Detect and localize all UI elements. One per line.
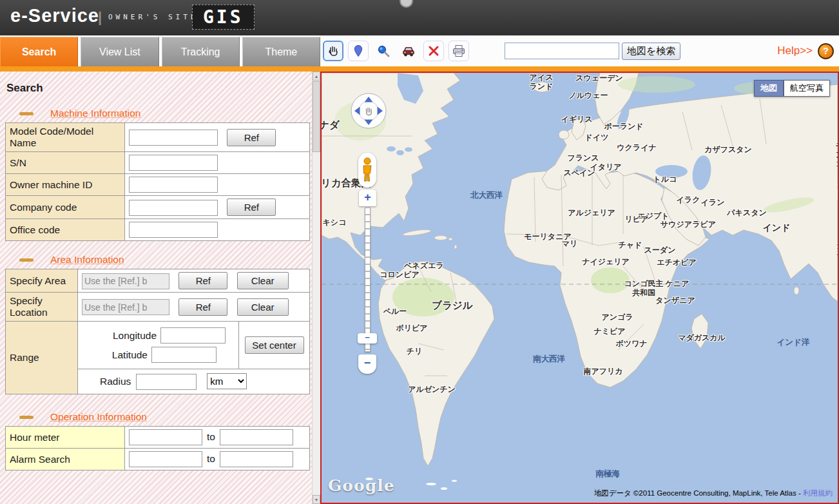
help-link[interactable]: Help>> xyxy=(777,44,813,57)
company-code-ref-button[interactable]: Ref xyxy=(227,199,276,216)
place-marker-icon xyxy=(351,44,365,58)
office-code-label: Office code xyxy=(6,219,125,241)
alarm-search-label: Alarm Search xyxy=(6,449,125,470)
zoom-out-button[interactable]: − xyxy=(358,354,376,374)
model-code-ref-button[interactable]: Ref xyxy=(227,129,276,146)
zoom-slider-handle[interactable]: − xyxy=(358,333,377,344)
set-center-button[interactable]: Set center xyxy=(245,336,304,354)
section-dash-icon xyxy=(19,416,34,419)
help-question-icon[interactable]: ? xyxy=(818,43,834,59)
area-info-section-head: Area Information xyxy=(19,254,312,266)
model-code-input[interactable] xyxy=(129,130,218,146)
specify-location-ref-button[interactable]: Ref xyxy=(178,298,227,316)
operation-info-table: Hour meter to Alarm Search to xyxy=(5,426,310,470)
gis-logo: GIS xyxy=(192,5,255,30)
scrollbar-down-arrow[interactable]: ▼ xyxy=(313,495,320,504)
machine-info-section-head: Machine Information xyxy=(19,108,312,119)
hour-meter-label: Hour meter xyxy=(6,427,125,449)
sidebar-scrollbar[interactable]: ▲ ▼ xyxy=(312,72,320,504)
hour-meter-to-label: to xyxy=(207,431,215,442)
zoom-in-button[interactable]: + xyxy=(359,189,376,206)
specify-area-label: Specify Area xyxy=(6,269,78,293)
section-dash-icon xyxy=(19,258,34,262)
map-search-button[interactable]: 地図を検索 xyxy=(622,43,680,60)
magnifier-icon xyxy=(376,44,391,58)
help-area: Help>> ? xyxy=(777,43,834,59)
header-circle-ornament xyxy=(400,0,413,8)
tab-view-list[interactable]: View List xyxy=(81,37,159,67)
owner-machine-id-label: Owner machine ID xyxy=(6,174,125,196)
street-view-pegman[interactable] xyxy=(358,153,376,188)
map-toolbar: 地図を検索 Help>> ? xyxy=(320,35,839,66)
specify-location-clear-button[interactable]: Clear xyxy=(237,298,289,316)
company-code-input[interactable] xyxy=(129,200,218,216)
company-code-label: Company code xyxy=(6,196,125,219)
alarm-search-from-input[interactable] xyxy=(129,451,202,467)
map-search-input[interactable] xyxy=(505,43,619,59)
vehicle-tool-button[interactable] xyxy=(398,41,419,61)
range-label: Range xyxy=(6,322,78,394)
area-info-table: Specify Area Ref Clear Specify Location … xyxy=(5,269,310,394)
zoom-slider-track[interactable] xyxy=(365,208,371,352)
scrollbar-up-arrow[interactable]: ▲ xyxy=(313,72,320,81)
radius-input[interactable] xyxy=(136,374,197,390)
specify-area-clear-button[interactable]: Clear xyxy=(237,272,289,289)
owners-site-label: OWNER'S SITE xyxy=(108,13,198,21)
longitude-input[interactable] xyxy=(160,327,226,344)
office-code-input[interactable] xyxy=(129,222,218,238)
operation-info-heading: Operation Information xyxy=(50,411,147,423)
owner-machine-id-input[interactable] xyxy=(129,177,218,193)
longitude-label: Longitude xyxy=(113,330,157,342)
hour-meter-to-input[interactable] xyxy=(220,429,293,445)
attribution-text: 地図データ ©2011 Geocentre Consulting, MapLin… xyxy=(594,489,803,497)
delete-tool-button[interactable] xyxy=(423,41,444,61)
section-dash-icon xyxy=(19,112,34,115)
tab-tracking[interactable]: Tracking xyxy=(162,37,240,67)
place-marker-tool-button[interactable] xyxy=(348,41,369,61)
map-container: アイス ランドスウェーデンノルウェーイギリスポーランドドイツウクライナカザフスタ… xyxy=(320,72,839,504)
latitude-input[interactable] xyxy=(151,347,217,363)
pan-hand-icon xyxy=(326,44,340,58)
sn-label: S/N xyxy=(6,152,125,174)
magnifier-tool-button[interactable] xyxy=(373,41,394,61)
pan-hand-tool-button[interactable] xyxy=(323,41,343,61)
delete-x-icon xyxy=(427,44,441,58)
hour-meter-from-input[interactable] xyxy=(129,429,202,445)
map-type-control: 地図 航空写真 xyxy=(754,80,830,97)
radius-unit-select[interactable]: km xyxy=(207,373,247,389)
alarm-search-to-input[interactable] xyxy=(220,451,293,467)
printer-icon xyxy=(451,44,467,58)
app-header: e-Service | OWNER'S SITE GIS xyxy=(0,0,839,35)
print-tool-button[interactable] xyxy=(448,41,469,61)
tab-strip: Search View List Tracking Theme xyxy=(0,35,320,66)
vehicle-icon xyxy=(401,44,416,58)
brand-divider: | xyxy=(98,9,102,26)
alarm-search-to-label: to xyxy=(207,453,215,464)
map-canvas[interactable]: アイス ランドスウェーデンノルウェーイギリスポーランドドイツウクライナカザフスタ… xyxy=(322,73,838,503)
area-info-heading: Area Information xyxy=(50,254,124,266)
machine-info-heading: Machine Information xyxy=(50,108,140,119)
sn-input[interactable] xyxy=(129,155,218,171)
tab-search[interactable]: Search xyxy=(0,37,78,67)
specify-area-ref-button[interactable]: Ref xyxy=(178,272,227,289)
map-type-satellite-button[interactable]: 航空写真 xyxy=(784,80,830,97)
terms-of-use-link[interactable]: 利用規約 xyxy=(803,489,833,497)
specify-location-value xyxy=(82,299,169,315)
model-code-label: Model Code/Model Name xyxy=(6,123,125,152)
tab-theme[interactable]: Theme xyxy=(242,37,320,67)
brand-logo: e-Service xyxy=(10,5,99,26)
world-map-graphic xyxy=(322,73,838,503)
accent-bar xyxy=(0,66,839,72)
machine-info-table: Model Code/Model Name Ref S/N Owner mach… xyxy=(5,122,310,241)
map-attribution: 地図データ ©2011 Geocentre Consulting, MapLin… xyxy=(594,489,833,498)
latitude-label: Latitude xyxy=(112,349,148,361)
specify-area-value xyxy=(82,273,169,289)
map-type-map-button[interactable]: 地図 xyxy=(754,80,784,97)
search-panel: Search Machine Information Model Code/Mo… xyxy=(0,72,312,504)
google-logo: Google xyxy=(328,476,395,495)
panel-title: Search xyxy=(6,82,312,95)
map-pan-control[interactable] xyxy=(350,92,387,130)
scrollbar-thumb[interactable] xyxy=(313,81,320,152)
specify-location-label: Specify Location xyxy=(6,293,78,322)
operation-info-section-head: Operation Information xyxy=(19,411,312,423)
